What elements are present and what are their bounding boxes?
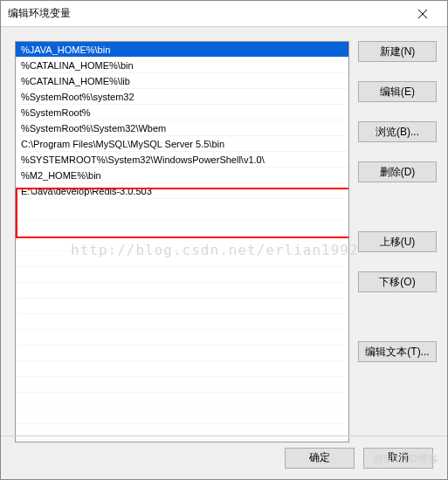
delete-button[interactable]: 删除(D) [358, 161, 437, 182]
list-item[interactable]: %SYSTEMROOT%\System32\WindowsPowerShell\… [16, 152, 348, 168]
moveup-button[interactable]: 上移(U) [358, 231, 437, 252]
list-item[interactable]: %CATALINA_HOME%\lib [16, 73, 348, 89]
titlebar: 编辑环境变量 [1, 1, 447, 27]
list-item[interactable]: %CATALINA_HOME%\bin [16, 58, 348, 73]
close-icon [418, 10, 427, 18]
path-listbox[interactable]: %JAVA_HOME%\bin %CATALINA_HOME%\bin %CAT… [15, 41, 349, 442]
list-item[interactable]: %SystemRoot%\system32 [16, 89, 348, 105]
dialog-footer: 确定 取消 [1, 435, 447, 479]
list-item[interactable]: %SystemRoot% [16, 105, 348, 120]
list-item[interactable]: %JAVA_HOME%\bin [16, 42, 348, 58]
ok-button[interactable]: 确定 [285, 448, 355, 469]
empty-list-area [16, 204, 348, 442]
list-item[interactable]: C:\Program Files\MySQL\MySQL Server 5.5\… [16, 136, 348, 152]
edittext-button[interactable]: 编辑文本(T)... [358, 341, 437, 362]
new-button[interactable]: 新建(N) [358, 41, 437, 62]
dialog-content: %JAVA_HOME%\bin %CATALINA_HOME%\bin %CAT… [1, 27, 447, 435]
browse-button[interactable]: 浏览(B)... [358, 121, 437, 142]
button-sidebar: 新建(N) 编辑(E) 浏览(B)... 删除(D) 上移(U) 下移(O) 编… [358, 41, 437, 429]
close-button[interactable] [405, 2, 440, 26]
list-item[interactable]: E:\Java\develop\Redis-3.0.503 [16, 183, 348, 199]
list-item[interactable]: %SystemRoot%\System32\Wbem [16, 120, 348, 136]
cancel-button[interactable]: 取消 [363, 448, 433, 469]
edit-button[interactable]: 编辑(E) [358, 81, 437, 102]
window-title: 编辑环境变量 [8, 6, 405, 21]
movedown-button[interactable]: 下移(O) [358, 271, 437, 292]
list-item[interactable]: %M2_HOME%\bin [16, 168, 348, 183]
